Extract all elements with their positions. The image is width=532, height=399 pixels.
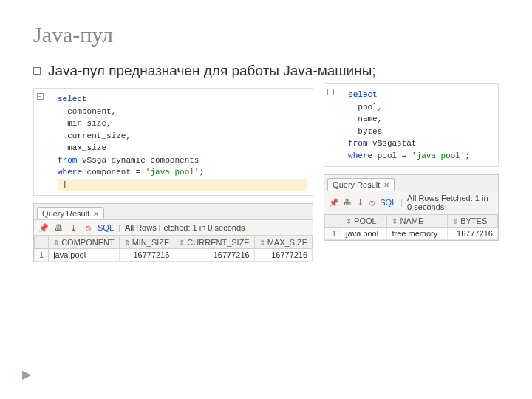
pin-icon[interactable]: 📌 (38, 222, 49, 233)
print-icon[interactable]: 🖶 (53, 222, 64, 233)
result-grid-left[interactable]: ⇕COMPONENT ⇕MIN_SIZE ⇕CURRENT_SIZE ⇕MAX_… (34, 236, 313, 262)
result-toolbar: 📌 🖶 ⤓ ⦸ SQL | All Rows Fetched: 1 in 0 s… (324, 191, 498, 214)
fold-gutter[interactable]: − (327, 89, 334, 95)
sql-editor-right[interactable]: − select pool, name, bytes from v$sgasta… (324, 83, 499, 167)
right-panel: − select pool, name, bytes from v$sgasta… (324, 83, 499, 262)
col-header[interactable]: ⇕BYTES (448, 215, 498, 228)
export-icon[interactable]: ⤓ (68, 222, 78, 233)
query-result-right: Query Result ✕ 📌 🖶 ⤓ ⦸ SQL | All Rows Fe… (324, 174, 499, 241)
sql-editor-left[interactable]: − select component, min_size, current_si… (33, 88, 313, 196)
col-header[interactable]: ⇕POOL (341, 215, 387, 228)
col-header[interactable]: ⇕NAME (387, 215, 448, 228)
bullet-label: Java-пул предназначен для работы Java-ма… (48, 63, 376, 79)
close-icon[interactable]: ✕ (383, 181, 389, 189)
status-text: All Rows Fetched: 1 in 0 seconds (407, 194, 494, 211)
result-toolbar: 📌 🖶 ⤓ ⦸ SQL | All Rows Fetched: 1 in 0 s… (34, 219, 313, 236)
col-header[interactable]: ⇕MAX_SIZE (254, 236, 312, 249)
result-tab[interactable]: Query Result ✕ (327, 178, 395, 191)
cancel-icon[interactable]: ⦸ (368, 197, 375, 208)
sql-link[interactable]: SQL (380, 198, 396, 207)
bullet-text: Java-пул предназначен для работы Java-ма… (33, 63, 499, 79)
table-row[interactable]: 1 java pool 16777216 16777216 16777216 (35, 249, 313, 262)
sql-link[interactable]: SQL (98, 223, 114, 232)
table-row[interactable]: 1 java pool free memory 16777216 (325, 228, 498, 240)
page-title: Java-пул (33, 22, 499, 52)
rownum-header (35, 236, 49, 249)
col-header[interactable]: ⇕COMPONENT (49, 236, 120, 249)
pin-icon[interactable]: 📌 (329, 197, 339, 208)
print-icon[interactable]: 🖶 (344, 197, 352, 208)
col-header[interactable]: ⇕CURRENT_SIZE (174, 236, 254, 249)
close-icon[interactable]: ✕ (93, 210, 99, 218)
fold-gutter[interactable]: − (37, 93, 44, 100)
cancel-icon[interactable]: ⦸ (83, 222, 93, 233)
rownum-header (325, 215, 341, 228)
status-text: All Rows Fetched: 1 in 0 seconds (125, 223, 245, 232)
nav-arrow-icon[interactable]: ▶ (22, 367, 31, 381)
result-tab[interactable]: Query Result ✕ (37, 207, 104, 219)
bullet-icon (33, 67, 41, 75)
export-icon[interactable]: ⤓ (356, 197, 364, 208)
col-header[interactable]: ⇕MIN_SIZE (119, 236, 174, 249)
result-grid-right[interactable]: ⇕POOL ⇕NAME ⇕BYTES 1 java pool free memo… (324, 214, 498, 240)
query-result-left: Query Result ✕ 📌 🖶 ⤓ ⦸ SQL | All Rows Fe… (33, 203, 313, 262)
left-panel: − select component, min_size, current_si… (33, 88, 313, 262)
